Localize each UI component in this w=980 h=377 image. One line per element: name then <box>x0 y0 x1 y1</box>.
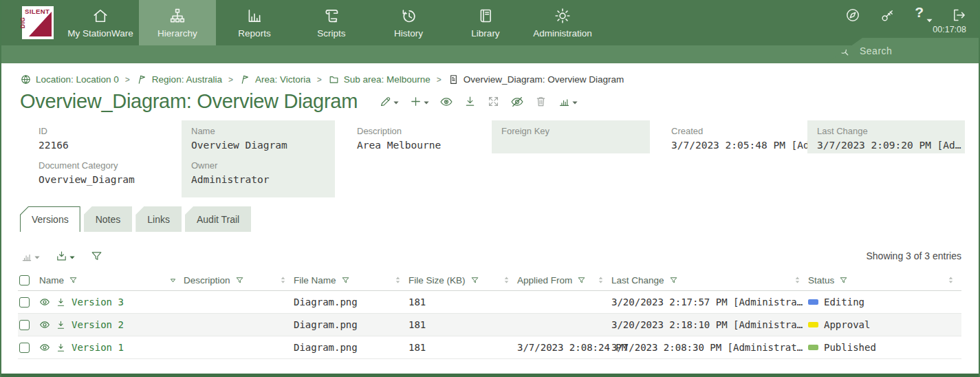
details-column-4: Foreign Key <box>492 120 650 153</box>
nav-item-my-stationware[interactable]: My StationWare <box>62 0 139 45</box>
nav-item-administration[interactable]: Administration <box>524 0 601 45</box>
field-value <box>501 140 640 151</box>
tab-links[interactable]: Links <box>135 206 182 232</box>
view-button[interactable] <box>437 94 455 110</box>
version-link[interactable]: Version 2 <box>72 319 124 330</box>
field-label: Name <box>191 126 325 136</box>
compass-icon[interactable] <box>845 7 861 23</box>
filter-icon[interactable] <box>577 276 586 285</box>
version-link[interactable]: Version 3 <box>72 297 124 308</box>
column-label: Status <box>808 275 834 286</box>
download-icon[interactable] <box>56 343 66 353</box>
nav-item-scripts[interactable]: Scripts <box>293 0 370 45</box>
header-checkbox-cell <box>18 275 39 286</box>
table-filter-button[interactable] <box>88 248 105 264</box>
filter-icon[interactable] <box>69 276 78 285</box>
field-foreign-key: Foreign Key <box>501 126 640 151</box>
breadcrumb-label: Location: Location 0 <box>36 74 119 85</box>
tab-notes[interactable]: Notes <box>84 206 133 232</box>
sort-both-icon[interactable] <box>794 275 801 285</box>
column-header-file-size[interactable]: File Size (KB) <box>409 275 517 286</box>
edit-button[interactable] <box>377 94 401 109</box>
view-icon <box>439 95 453 109</box>
column-header-applied-from[interactable]: Applied From <box>517 275 611 286</box>
view-icon[interactable] <box>39 297 50 308</box>
filter-icon[interactable] <box>839 276 848 285</box>
column-header-file-name[interactable]: File Name <box>294 275 409 286</box>
nav-item-history[interactable]: History <box>370 0 447 45</box>
filter-icon[interactable] <box>669 276 678 285</box>
column-label: Applied From <box>517 275 572 286</box>
tab-label: Notes <box>96 214 121 225</box>
select-all-checkbox[interactable] <box>19 275 30 286</box>
field-name: Name Overview Diagram <box>191 126 325 151</box>
application-window: SILENT DIG My StationWare Hierarchy Repo… <box>0 0 980 377</box>
unwatch-button[interactable] <box>508 94 526 110</box>
sort-desc-icon[interactable] <box>169 277 177 284</box>
nav-item-reports[interactable]: Reports <box>216 0 293 45</box>
download-icon[interactable] <box>56 297 66 308</box>
row-checkbox-cell <box>18 343 39 353</box>
top-navigation-bar: SILENT DIG My StationWare Hierarchy Repo… <box>1 0 979 45</box>
chart-button[interactable] <box>556 94 580 109</box>
column-header-last-change[interactable]: Last Change <box>611 275 808 286</box>
name-cell: Version 3 <box>39 297 184 308</box>
status-label: Approval <box>824 319 870 330</box>
breadcrumb-item-area[interactable]: Area: Victoria <box>239 74 311 85</box>
nav-label: Hierarchy <box>157 28 197 39</box>
row-checkbox[interactable] <box>19 297 30 308</box>
sort-both-icon[interactable] <box>279 275 287 285</box>
nav-label: History <box>394 28 423 39</box>
row-checkbox[interactable] <box>19 343 30 353</box>
column-label: File Name <box>294 275 336 286</box>
field-value: 3/7/2023 2:05:48 PM [Ad… <box>671 140 798 151</box>
column-header-description[interactable]: Description <box>184 275 294 286</box>
version-link[interactable]: Version 1 <box>72 342 124 353</box>
filter-icon[interactable] <box>235 276 244 285</box>
download-button[interactable] <box>461 94 479 109</box>
sort-both-icon[interactable] <box>503 275 510 285</box>
tab-versions[interactable]: Versions <box>20 206 80 232</box>
sort-both-icon[interactable] <box>947 275 955 285</box>
nav-item-library[interactable]: Library <box>447 0 524 45</box>
delete-button[interactable] <box>532 94 549 109</box>
view-icon[interactable] <box>39 342 50 353</box>
breadcrumb-item-location[interactable]: Location: Location 0 <box>20 74 119 85</box>
breadcrumb-item-subarea[interactable]: Sub area: Melbourne <box>328 74 431 85</box>
logout-icon[interactable] <box>951 7 968 23</box>
column-header-name[interactable]: Name <box>39 275 184 286</box>
unwatch-icon <box>510 95 524 109</box>
tab-audit-trail[interactable]: Audit Trail <box>185 206 251 232</box>
filter-icon[interactable] <box>470 276 479 285</box>
help-icon[interactable]: ? <box>915 5 933 25</box>
download-icon <box>464 95 477 108</box>
breadcrumb-item-region[interactable]: Region: Australia <box>136 74 222 85</box>
table-export-button[interactable] <box>53 248 77 264</box>
nav-item-hierarchy[interactable]: Hierarchy <box>139 0 216 45</box>
logo-triangle <box>29 12 52 36</box>
key-icon[interactable] <box>880 7 896 23</box>
details-column-3: Description Area Melbourne <box>347 120 492 157</box>
field-value: Administrator <box>191 174 325 186</box>
column-header-status[interactable]: Status <box>808 275 961 286</box>
filter-icon[interactable] <box>341 276 350 285</box>
table-chart-button[interactable] <box>19 248 42 264</box>
view-icon[interactable] <box>39 319 50 330</box>
field-value: 3/7/2023 2:09:20 PM [Ad… <box>817 140 955 151</box>
sort-both-icon[interactable] <box>394 275 402 285</box>
move-icon <box>487 95 500 108</box>
nav-label: Administration <box>533 28 592 39</box>
tab-label: Versions <box>32 214 69 225</box>
name-cell: Version 1 <box>39 342 184 353</box>
history-icon <box>400 7 417 25</box>
sort-both-icon[interactable] <box>597 275 605 285</box>
row-checkbox[interactable] <box>19 320 30 330</box>
table-summary: Showing 3 of 3 entries <box>866 250 961 261</box>
download-icon[interactable] <box>56 320 66 330</box>
move-button[interactable] <box>485 94 502 109</box>
home-icon <box>91 7 109 25</box>
chevron-down-icon <box>424 95 429 107</box>
add-button[interactable] <box>407 94 431 109</box>
name-cell: Version 2 <box>39 319 184 330</box>
search-input[interactable] <box>858 45 961 57</box>
